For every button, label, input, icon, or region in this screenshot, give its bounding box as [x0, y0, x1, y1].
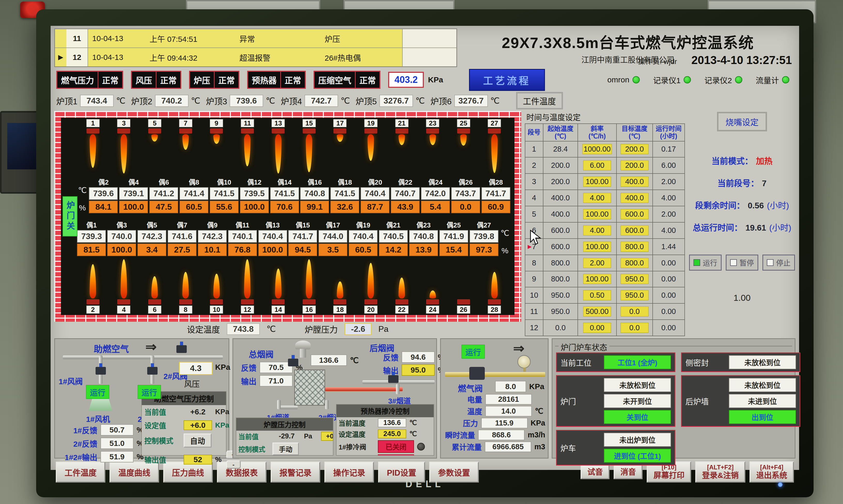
- target-temp-input[interactable]: 200.0: [621, 160, 648, 170]
- burner-block-icon: [87, 128, 100, 133]
- main-flue-feedback: 70.5: [259, 362, 293, 373]
- start-temp: 600.0: [543, 238, 578, 255]
- burner-block-icon: [179, 299, 192, 304]
- precool-valve1-dial-icon[interactable]: [417, 443, 425, 451]
- burner-top: 9: [201, 119, 232, 174]
- thermocouple-label: 偶18: [338, 177, 352, 186]
- chamber-ctrl-setpoint[interactable]: +0.0: [321, 432, 334, 441]
- alarm-row[interactable]: 1110-04-13上午 07:54:51异常炉压: [55, 29, 456, 48]
- ramp-rate-input[interactable]: 6.00: [583, 160, 611, 170]
- alarm-list[interactable]: 1110-04-13上午 07:54:51异常炉压▶1210-04-13上午 0…: [54, 29, 457, 67]
- burner-number: 2: [86, 305, 100, 314]
- ramp-rate-input[interactable]: 100.00: [583, 177, 611, 187]
- gas-pipe: [445, 372, 545, 377]
- fan-feedback-row: 2#反馈51.0%: [59, 438, 144, 449]
- ramp-rate-input[interactable]: 4.00: [583, 226, 611, 235]
- precool-valve1-state: 已关闭: [378, 440, 414, 453]
- roof-temp: 炉顶3739.6℃: [206, 95, 275, 107]
- burner-top: 7: [170, 119, 201, 174]
- nav-button[interactable]: 操作记录: [324, 462, 374, 483]
- target-temp-input[interactable]: 950.0: [621, 290, 648, 300]
- burner-block-icon: [303, 128, 316, 133]
- status-indicator: 燃气压力正常: [56, 71, 123, 89]
- ramp-rate-input[interactable]: 100.00: [583, 274, 611, 284]
- bottom-burner-row: 246810121416182022242628: [76, 259, 512, 314]
- alarm-end-cell: [402, 29, 456, 48]
- target-temp-input[interactable]: 0.0: [621, 306, 648, 317]
- run-hours: 4.00: [653, 222, 685, 238]
- target-temp-input[interactable]: 800.0: [621, 242, 648, 252]
- gas-measure-row: 温度14.0℃: [444, 406, 545, 416]
- target-temp-input[interactable]: 200.0: [621, 144, 648, 154]
- target-temp: 400.0: [616, 190, 653, 206]
- target-temp-input[interactable]: 400.0: [621, 177, 648, 187]
- burner-block-icon: [148, 128, 161, 133]
- temp-value: 739.3: [77, 230, 106, 243]
- air-ctrl-mode-button[interactable]: 自动: [184, 433, 212, 448]
- target-temp-input[interactable]: 600.0: [621, 226, 648, 235]
- system-button[interactable]: [Alt+F4]退出系统: [750, 462, 794, 483]
- segment-number: 4: [525, 190, 543, 206]
- fan-feedback-row: 1#2#输出51.9%: [59, 451, 144, 463]
- target-temp: 400.0: [616, 174, 653, 190]
- pause-button[interactable]: 暂停: [726, 255, 758, 271]
- burner-number: 24: [426, 305, 440, 314]
- ramp-rate-input[interactable]: 100.00: [583, 209, 611, 219]
- precool-set-temp[interactable]: 245.0: [378, 429, 406, 438]
- flame-icon: [90, 264, 96, 299]
- remain-label: 段剩余时间：: [695, 199, 745, 211]
- target-temp-input[interactable]: 950.0: [621, 274, 648, 284]
- target-temp: 600.0: [616, 222, 653, 238]
- piece-temp-button[interactable]: 工件温度: [516, 92, 563, 109]
- air-output-minus-button[interactable]: -: [226, 461, 241, 469]
- temp-value: 740.4: [361, 187, 390, 200]
- burner-block-icon: [457, 128, 470, 133]
- target-temp-input[interactable]: 800.0: [621, 258, 648, 268]
- target-temp: 800.0: [616, 255, 653, 271]
- alarm-row[interactable]: ▶1210-04-13上午 09:44:32超温报警26#热电偶: [55, 48, 456, 66]
- top-burner-row: 13579111315171921232527: [76, 119, 512, 174]
- burner-number: 15: [302, 119, 316, 128]
- ramp-rate-input[interactable]: 1000.00: [582, 144, 612, 154]
- title-block: 29X7.3X8.5m台车式燃气炉控温系统 江阴中南重工股份有限公司 操作员: …: [460, 29, 795, 67]
- system-button[interactable]: 消音: [614, 465, 643, 479]
- target-temp-input[interactable]: 600.0: [621, 209, 648, 219]
- monitor-bezel: 1110-04-13上午 07:54:51异常炉压▶1210-04-13上午 0…: [36, 9, 813, 497]
- burner-block-icon: [241, 128, 254, 133]
- thermocouple-even: 偶26743.70.0: [450, 177, 481, 213]
- system-button[interactable]: [ALT+F2]登录&注销: [695, 462, 746, 483]
- ramp-rate-input[interactable]: 0.00: [583, 323, 611, 333]
- ramp-rate-input[interactable]: 100.00: [583, 242, 611, 252]
- start-temp: 200.0: [543, 174, 578, 190]
- nav-button[interactable]: 工件温度: [56, 462, 105, 483]
- nav-button[interactable]: 报警记录: [271, 462, 320, 483]
- burner-block-icon: [117, 299, 130, 304]
- run-button[interactable]: 运行: [689, 255, 722, 271]
- target-temp-input[interactable]: 0.0: [621, 323, 648, 333]
- ramp-rate-input[interactable]: 2.00: [583, 258, 611, 268]
- thermocouple-label: 偶17: [326, 220, 340, 229]
- burner-bottom: 20: [355, 259, 387, 314]
- temp-value: 740.8: [409, 230, 438, 243]
- thermocouple-label: 偶6: [159, 177, 169, 186]
- air-ctrl-output[interactable]: 52: [184, 455, 212, 465]
- ramp-rate-input[interactable]: 500.00: [583, 306, 611, 317]
- burner-settings-button[interactable]: 烧嘴设定: [717, 112, 767, 131]
- schedule-col-header: 运行时间(小时): [653, 124, 685, 141]
- ramp-rate-input[interactable]: 4.00: [583, 193, 611, 203]
- burner-bottom: 10: [201, 259, 232, 314]
- target-temp-input[interactable]: 400.0: [621, 193, 648, 203]
- burner-top: 11: [232, 119, 263, 174]
- chamber-ctrl-mode-button[interactable]: 手动: [272, 443, 299, 455]
- stop-button[interactable]: 停止: [763, 255, 795, 271]
- process-flow-button[interactable]: 工艺流程: [469, 69, 545, 91]
- fan-feedback-value: 51.9: [101, 451, 133, 463]
- burner-number: 16: [302, 305, 316, 314]
- air-ctrl-setpoint[interactable]: +6.0: [184, 420, 212, 430]
- temp-value: 741.7: [481, 187, 510, 200]
- system-button[interactable]: 试音: [580, 465, 610, 479]
- run-hours: 0.00: [653, 320, 685, 336]
- main-flue-output: 71.0: [259, 375, 293, 386]
- output-percent: 76.8: [228, 244, 257, 256]
- ramp-rate-input[interactable]: 0.50: [583, 290, 611, 300]
